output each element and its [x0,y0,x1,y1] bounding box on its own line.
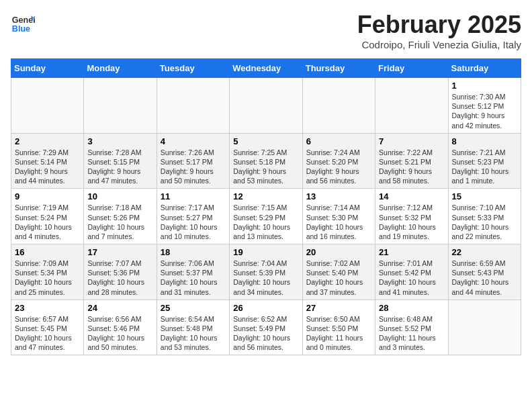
day-number: 20 [306,247,371,257]
col-sunday: Sunday [11,59,84,78]
table-row: 28Sunrise: 6:48 AM Sunset: 5:52 PM Dayli… [375,300,448,355]
day-info: Sunrise: 7:06 AM Sunset: 5:37 PM Dayligh… [161,259,226,297]
table-row: 10Sunrise: 7:18 AM Sunset: 5:26 PM Dayli… [84,189,157,244]
day-number: 23 [15,303,80,313]
day-info: Sunrise: 7:19 AM Sunset: 5:24 PM Dayligh… [15,203,80,241]
day-number: 18 [161,247,226,257]
day-info: Sunrise: 7:22 AM Sunset: 5:21 PM Dayligh… [379,148,444,186]
table-row: 1Sunrise: 7:30 AM Sunset: 5:12 PM Daylig… [448,78,521,134]
table-row: 17Sunrise: 7:07 AM Sunset: 5:36 PM Dayli… [84,244,157,300]
day-number: 10 [87,191,152,201]
day-info: Sunrise: 7:10 AM Sunset: 5:33 PM Dayligh… [452,203,517,241]
day-info: Sunrise: 7:17 AM Sunset: 5:27 PM Dayligh… [161,203,226,241]
calendar-table: Sunday Monday Tuesday Wednesday Thursday… [11,58,521,355]
calendar-week-row: 1Sunrise: 7:30 AM Sunset: 5:12 PM Daylig… [11,78,521,134]
day-number: 24 [87,303,152,313]
col-friday: Friday [375,59,448,78]
day-info: Sunrise: 7:12 AM Sunset: 5:32 PM Dayligh… [379,203,444,241]
table-row: 26Sunrise: 6:52 AM Sunset: 5:49 PM Dayli… [230,300,302,355]
day-number: 7 [379,136,444,146]
table-row [11,78,84,134]
day-number: 27 [306,303,371,313]
day-number: 9 [15,191,80,201]
col-monday: Monday [84,59,157,78]
table-row: 19Sunrise: 7:04 AM Sunset: 5:39 PM Dayli… [230,244,302,300]
day-number: 26 [233,303,298,313]
day-number: 15 [452,191,517,201]
day-info: Sunrise: 7:26 AM Sunset: 5:17 PM Dayligh… [161,148,226,186]
table-row: 21Sunrise: 7:01 AM Sunset: 5:42 PM Dayli… [375,244,448,300]
calendar-week-row: 16Sunrise: 7:09 AM Sunset: 5:34 PM Dayli… [11,244,521,300]
day-info: Sunrise: 6:52 AM Sunset: 5:49 PM Dayligh… [233,314,298,353]
table-row: 2Sunrise: 7:29 AM Sunset: 5:14 PM Daylig… [11,133,84,189]
table-row: 13Sunrise: 7:14 AM Sunset: 5:30 PM Dayli… [302,189,375,244]
day-info: Sunrise: 7:29 AM Sunset: 5:14 PM Dayligh… [15,148,80,186]
day-number: 4 [161,136,226,146]
table-row: 9Sunrise: 7:19 AM Sunset: 5:24 PM Daylig… [11,189,84,244]
table-row [302,78,375,134]
day-number: 1 [452,81,517,91]
day-number: 16 [15,247,80,257]
col-wednesday: Wednesday [230,59,302,78]
table-row: 15Sunrise: 7:10 AM Sunset: 5:33 PM Dayli… [448,189,521,244]
table-row [448,300,521,355]
day-info: Sunrise: 7:24 AM Sunset: 5:20 PM Dayligh… [306,148,371,186]
header-row: Sunday Monday Tuesday Wednesday Thursday… [11,59,521,78]
day-info: Sunrise: 7:18 AM Sunset: 5:26 PM Dayligh… [87,203,152,241]
day-number: 5 [233,136,298,146]
day-number: 3 [87,136,152,146]
day-info: Sunrise: 7:25 AM Sunset: 5:18 PM Dayligh… [233,148,298,186]
table-row: 14Sunrise: 7:12 AM Sunset: 5:32 PM Dayli… [375,189,448,244]
calendar-week-row: 23Sunrise: 6:57 AM Sunset: 5:45 PM Dayli… [11,300,521,355]
day-number: 19 [233,247,298,257]
day-info: Sunrise: 6:48 AM Sunset: 5:52 PM Dayligh… [379,314,444,353]
table-row [84,78,157,134]
table-row: 12Sunrise: 7:15 AM Sunset: 5:29 PM Dayli… [230,189,302,244]
col-tuesday: Tuesday [157,59,229,78]
table-row: 22Sunrise: 6:59 AM Sunset: 5:43 PM Dayli… [448,244,521,300]
table-row: 18Sunrise: 7:06 AM Sunset: 5:37 PM Dayli… [157,244,229,300]
day-info: Sunrise: 6:56 AM Sunset: 5:46 PM Dayligh… [87,314,152,353]
day-info: Sunrise: 6:54 AM Sunset: 5:48 PM Dayligh… [161,314,226,353]
table-row: 23Sunrise: 6:57 AM Sunset: 5:45 PM Dayli… [11,300,84,355]
day-number: 14 [379,191,444,201]
location-title: Codroipo, Friuli Venezia Giulia, Italy [357,39,521,50]
table-row: 4Sunrise: 7:26 AM Sunset: 5:17 PM Daylig… [157,133,229,189]
col-saturday: Saturday [448,59,521,78]
table-row: 24Sunrise: 6:56 AM Sunset: 5:46 PM Dayli… [84,300,157,355]
table-row: 27Sunrise: 6:50 AM Sunset: 5:50 PM Dayli… [302,300,375,355]
day-info: Sunrise: 7:14 AM Sunset: 5:30 PM Dayligh… [306,203,371,241]
day-number: 6 [306,136,371,146]
table-row: 20Sunrise: 7:02 AM Sunset: 5:40 PM Dayli… [302,244,375,300]
logo: General Blue [11,11,35,35]
day-number: 22 [452,247,517,257]
svg-text:Blue: Blue [12,24,30,34]
header: General Blue February 2025 Codroipo, Fri… [11,11,521,50]
calendar-week-row: 2Sunrise: 7:29 AM Sunset: 5:14 PM Daylig… [11,133,521,189]
table-row: 7Sunrise: 7:22 AM Sunset: 5:21 PM Daylig… [375,133,448,189]
logo-icon: General Blue [11,11,35,35]
table-row: 16Sunrise: 7:09 AM Sunset: 5:34 PM Dayli… [11,244,84,300]
table-row [157,78,229,134]
day-info: Sunrise: 7:09 AM Sunset: 5:34 PM Dayligh… [15,259,80,297]
day-number: 17 [87,247,152,257]
calendar-header: Sunday Monday Tuesday Wednesday Thursday… [11,59,521,78]
day-number: 25 [161,303,226,313]
table-row: 11Sunrise: 7:17 AM Sunset: 5:27 PM Dayli… [157,189,229,244]
day-info: Sunrise: 7:28 AM Sunset: 5:15 PM Dayligh… [87,148,152,186]
month-title: February 2025 [357,11,521,39]
day-info: Sunrise: 7:21 AM Sunset: 5:23 PM Dayligh… [452,148,517,186]
calendar-body: 1Sunrise: 7:30 AM Sunset: 5:12 PM Daylig… [11,78,521,355]
day-info: Sunrise: 7:30 AM Sunset: 5:12 PM Dayligh… [452,92,517,130]
day-number: 13 [306,191,371,201]
col-thursday: Thursday [302,59,375,78]
table-row [230,78,302,134]
day-number: 28 [379,303,444,313]
title-area: February 2025 Codroipo, Friuli Venezia G… [357,11,521,50]
table-row: 25Sunrise: 6:54 AM Sunset: 5:48 PM Dayli… [157,300,229,355]
day-number: 2 [15,136,80,146]
day-info: Sunrise: 6:50 AM Sunset: 5:50 PM Dayligh… [306,314,371,353]
day-info: Sunrise: 6:59 AM Sunset: 5:43 PM Dayligh… [452,259,517,297]
day-info: Sunrise: 7:04 AM Sunset: 5:39 PM Dayligh… [233,259,298,297]
day-number: 11 [161,191,226,201]
